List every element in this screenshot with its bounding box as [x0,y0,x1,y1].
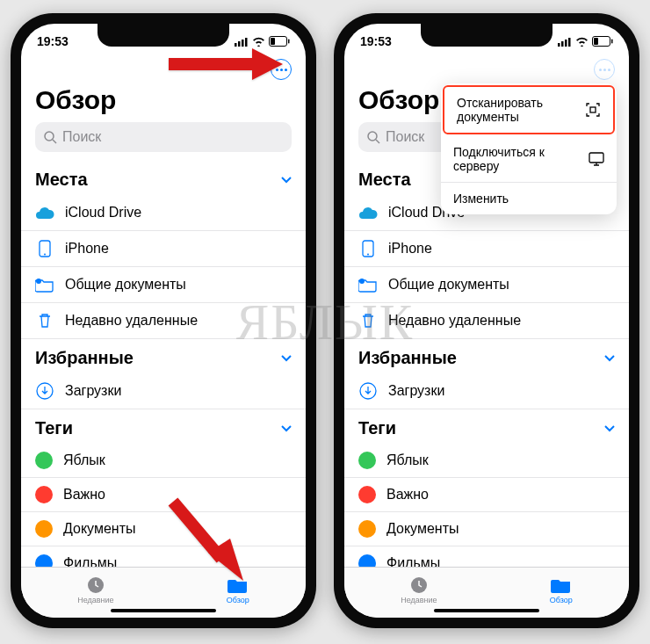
svg-rect-32 [590,107,596,112]
svg-rect-6 [288,40,290,44]
clock-icon [408,575,430,595]
chevron-down-icon [281,425,292,432]
phone-right: 19:53 Обзор Поиск Места [334,13,639,628]
status-time: 19:53 [37,34,69,48]
shared-folder-icon [358,275,378,294]
search-icon [367,131,380,144]
svg-rect-23 [594,38,598,45]
battery-icon [269,36,290,47]
wifi-icon [252,37,265,47]
page-title: Обзор [21,85,306,122]
tag-dot-icon [358,554,376,567]
place-trash[interactable]: Недавно удаленные [21,303,306,339]
svg-rect-24 [611,40,613,44]
svg-point-11 [36,279,41,284]
section-tags-header[interactable]: Теги [21,409,306,444]
menu-edit[interactable]: Изменить [441,183,617,214]
annotation-arrow-bottom [160,493,248,593]
tab-recent[interactable]: Недавние [77,575,113,604]
svg-rect-33 [589,153,603,163]
menu-connect-server[interactable]: Подключиться к серверу [441,136,617,183]
section-favorites-header[interactable]: Избранные [21,339,306,373]
place-shared[interactable]: Общие документы [21,267,306,303]
tag-dot-icon [35,452,53,469]
svg-rect-21 [568,38,571,47]
download-icon [358,381,378,401]
tab-recent[interactable]: Недавние [401,575,437,604]
svg-point-29 [359,279,365,284]
signal-icon [235,37,249,47]
svg-rect-18 [558,43,560,47]
tag-dot-icon [358,452,376,469]
tag-dot-icon [35,520,53,538]
section-favorites-header[interactable]: Избранные [344,339,629,373]
svg-line-26 [376,140,379,143]
annotation-arrow-top [169,47,283,85]
wifi-icon [575,37,589,47]
favorite-downloads[interactable]: Загрузки [344,373,629,409]
signal-icon [558,37,572,47]
svg-point-28 [367,254,369,256]
ellipsis-icon [599,69,610,71]
svg-line-8 [53,140,56,143]
place-shared[interactable]: Общие документы [344,267,629,303]
svg-marker-15 [252,48,283,80]
cloud-icon [35,203,54,222]
phone-left: 19:53 Обзор Поиск Места [11,13,316,628]
clock-icon [85,575,106,595]
home-indicator[interactable] [434,609,539,612]
svg-rect-20 [565,40,567,47]
trash-icon [35,311,54,330]
svg-rect-1 [238,41,241,47]
download-icon [35,381,54,401]
svg-rect-0 [235,43,237,47]
search-placeholder: Поиск [62,129,101,145]
tag-item[interactable]: Важно [344,478,629,512]
notch [421,24,552,47]
section-places-header[interactable]: Места [21,161,306,195]
place-icloud[interactable]: iCloud Drive [21,195,306,231]
tag-dot-icon [35,554,53,567]
menu-scan-documents[interactable]: Отсканировать документы [443,85,615,134]
section-tags-header[interactable]: Теги [344,409,629,444]
search-placeholder: Поиск [386,129,424,145]
scan-icon [585,102,601,118]
search-icon [44,131,57,144]
svg-rect-5 [271,38,275,45]
tag-dot-icon [358,520,376,538]
tag-item[interactable]: Яблык [344,444,629,478]
folder-icon [551,575,572,595]
svg-point-25 [368,132,377,141]
status-time: 19:53 [360,34,392,48]
svg-point-10 [44,254,46,256]
notch [98,24,229,47]
context-menu: Отсканировать документы Подключиться к с… [441,83,617,214]
shared-folder-icon [35,275,54,294]
more-button[interactable] [594,59,615,80]
favorite-downloads[interactable]: Загрузки [21,373,306,409]
chevron-down-icon [281,355,292,362]
svg-rect-19 [561,41,564,47]
cloud-icon [358,203,378,222]
svg-rect-2 [242,40,244,47]
battery-icon [592,36,613,47]
trash-icon [358,311,378,330]
search-input[interactable]: Поиск [35,122,292,152]
place-iphone[interactable]: iPhone [344,231,629,267]
place-iphone[interactable]: iPhone [21,231,306,267]
tag-item[interactable]: Документы [344,512,629,546]
chevron-down-icon [604,355,615,362]
tab-browse[interactable]: Обзор [550,575,573,604]
tag-dot-icon [358,486,376,503]
server-icon [589,152,604,166]
tag-item[interactable]: Фильмы [344,546,629,567]
tag-dot-icon [35,486,53,503]
svg-rect-3 [245,38,248,47]
svg-point-7 [45,132,54,141]
phone-icon [35,239,54,258]
chevron-down-icon [604,425,615,432]
place-trash[interactable]: Недавно удаленные [344,303,629,339]
phone-icon [358,239,378,258]
home-indicator[interactable] [111,609,216,612]
tag-item[interactable]: Яблык [21,444,306,478]
